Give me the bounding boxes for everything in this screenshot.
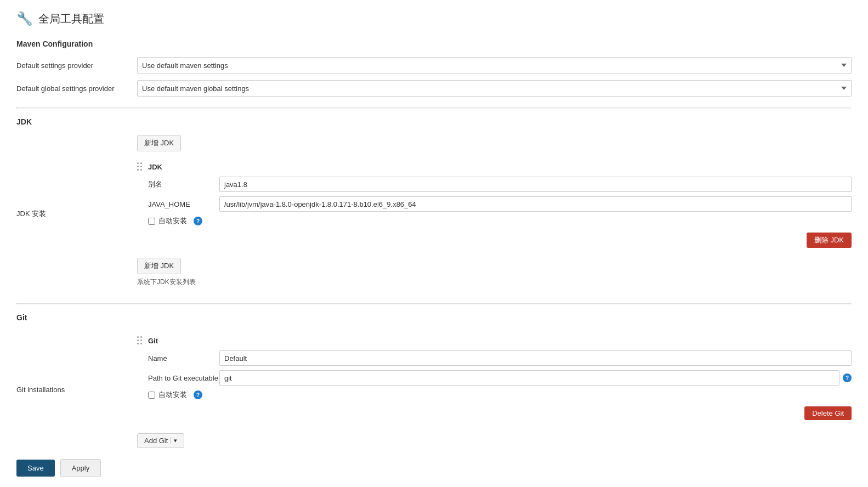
jdk-section-title: JDK bbox=[16, 117, 852, 128]
git-name-row: Name bbox=[148, 350, 852, 366]
git-path-help-icon[interactable]: ? bbox=[843, 373, 852, 382]
jdk-alias-label: 别名 bbox=[148, 179, 219, 189]
jdk-section: JDK JDK 安装 新增 JDK bbox=[16, 117, 852, 292]
jdk-alias-input[interactable] bbox=[219, 177, 852, 192]
jdk-auto-install-checkbox[interactable] bbox=[148, 218, 155, 225]
jdk-alias-row: 别名 bbox=[148, 177, 852, 192]
git-path-row: Path to Git executable ? bbox=[148, 370, 852, 386]
jdk-java-home-row: JAVA_HOME bbox=[148, 196, 852, 212]
maven-jdk-divider bbox=[16, 107, 852, 109]
jdk-add-button-top-label: 新增 JDK bbox=[144, 138, 174, 148]
page-title-text: 全局工具配置 bbox=[38, 12, 104, 26]
git-delete-actions: Delete Git bbox=[137, 404, 852, 420]
git-delete-button[interactable]: Delete Git bbox=[804, 406, 852, 420]
git-installations-label: Git installations bbox=[16, 386, 137, 394]
jdk-installation-block: JDK 别名 JAVA_HOME 自动安装 bbox=[137, 157, 852, 258]
git-add-button-label: Add Git bbox=[144, 437, 168, 445]
maven-global-settings-row: Default global settings provider Use def… bbox=[16, 80, 852, 97]
jdk-add-top-container: 新增 JDK bbox=[137, 135, 852, 151]
jdk-installation-header: JDK bbox=[137, 162, 852, 171]
git-name-input[interactable] bbox=[219, 350, 852, 366]
jdk-add-button-top[interactable]: 新增 JDK bbox=[137, 135, 181, 151]
save-button[interactable]: Save bbox=[16, 460, 55, 477]
jdk-java-home-label: JAVA_HOME bbox=[148, 200, 219, 208]
git-auto-install-checkbox[interactable] bbox=[148, 392, 155, 399]
git-drag-handle[interactable] bbox=[137, 336, 143, 345]
bottom-bar: Save Apply bbox=[16, 459, 852, 477]
git-section-title: Git bbox=[16, 313, 852, 324]
maven-default-settings-row: Default settings provider Use default ma… bbox=[16, 57, 852, 73]
git-section: Git Git installations Git bbox=[16, 313, 852, 448]
git-path-with-help: ? bbox=[219, 370, 852, 386]
apply-button[interactable]: Apply bbox=[60, 459, 101, 477]
maven-global-settings-label: Default global settings provider bbox=[16, 84, 137, 93]
jdk-drag-handle[interactable] bbox=[137, 162, 143, 171]
jdk-add-button-bottom[interactable]: 新增 JDK bbox=[137, 258, 181, 274]
jdk-auto-install-label: 自动安装 bbox=[158, 216, 187, 226]
maven-section: Maven Configuration Default settings pro… bbox=[16, 39, 852, 97]
git-installation-block: Git Name Path to Git executable ? bbox=[137, 331, 852, 430]
jdk-add-button-bottom-label: 新增 JDK bbox=[144, 261, 174, 271]
git-add-button[interactable]: Add Git ▾ bbox=[137, 433, 184, 448]
git-installation-header: Git bbox=[137, 336, 852, 345]
git-name-label: Name bbox=[148, 354, 219, 363]
git-add-container: Add Git ▾ bbox=[137, 433, 852, 448]
jdk-git-divider bbox=[16, 303, 852, 304]
jdk-add-bottom-container: 新增 JDK bbox=[137, 258, 852, 274]
wrench-icon: 🔧 bbox=[16, 11, 33, 26]
git-installations-row: Git installations Git Name bbox=[16, 331, 852, 448]
page-container: 🔧 全局工具配置 Maven Configuration Default set… bbox=[0, 0, 868, 487]
jdk-installations-label: JDK 安装 bbox=[16, 209, 137, 219]
jdk-installations-row: JDK 安装 新增 JDK JDK bbox=[16, 135, 852, 292]
jdk-delete-actions: 删除 JDK bbox=[137, 230, 852, 248]
jdk-system-install-text: 系统下JDK安装列表 bbox=[137, 278, 852, 287]
maven-global-settings-select[interactable]: Use default maven global settings bbox=[137, 80, 852, 97]
maven-default-settings-label: Default settings provider bbox=[16, 61, 137, 70]
git-auto-install-row: 自动安装 ? bbox=[148, 390, 852, 400]
git-installation-header-label: Git bbox=[148, 337, 158, 345]
git-path-input[interactable] bbox=[219, 370, 839, 386]
jdk-installation-header-label: JDK bbox=[148, 163, 162, 171]
git-add-button-arrow[interactable]: ▾ bbox=[170, 437, 177, 444]
git-auto-install-help-icon[interactable]: ? bbox=[194, 390, 202, 399]
jdk-installations-content: 新增 JDK JDK 别名 bbox=[137, 135, 852, 292]
jdk-delete-button[interactable]: 删除 JDK bbox=[807, 233, 852, 248]
page-title: 🔧 全局工具配置 bbox=[16, 11, 852, 26]
maven-section-title: Maven Configuration bbox=[16, 39, 852, 50]
git-auto-install-label: 自动安装 bbox=[158, 390, 187, 400]
git-installations-content: Git Name Path to Git executable ? bbox=[137, 331, 852, 448]
jdk-java-home-input[interactable] bbox=[219, 196, 852, 212]
maven-default-settings-select[interactable]: Use default maven settings bbox=[137, 57, 852, 73]
git-path-label: Path to Git executable bbox=[148, 374, 219, 382]
jdk-auto-install-help-icon[interactable]: ? bbox=[194, 217, 202, 225]
jdk-auto-install-row: 自动安装 ? bbox=[148, 216, 852, 226]
